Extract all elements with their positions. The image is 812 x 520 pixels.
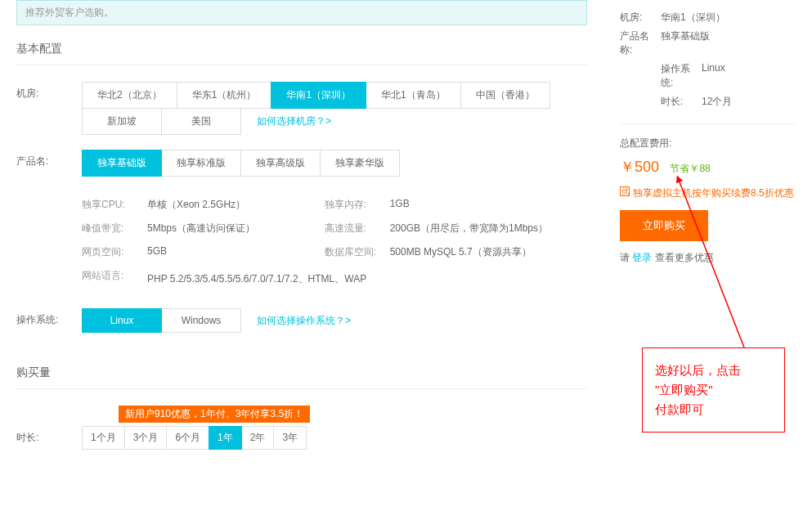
label-product: 产品名: [16, 150, 82, 168]
location-tab-singapore[interactable]: 新加坡 [82, 108, 162, 135]
os-help-link[interactable]: 如何选择操作系统？> [257, 314, 351, 328]
section-basic-config: 基本配置 [16, 34, 587, 65]
price-save: 节省￥88 [670, 163, 710, 174]
duration-tab-2y[interactable]: 2年 [241, 426, 275, 450]
summary-location-label: 机房: [620, 11, 661, 25]
summary-duration-label: 时长: [661, 95, 702, 109]
duration-tab-1y[interactable]: 1年 [209, 426, 242, 450]
label-location: 机房: [16, 82, 82, 101]
svg-line-1 [679, 180, 744, 347]
location-tab-hongkong[interactable]: 中国（香港） [460, 82, 550, 109]
spec-mem-label: 独享内存: [325, 198, 390, 212]
location-tab-beijing[interactable]: 华北2（北京） [82, 82, 177, 109]
spec-db-label: 数据库空间: [325, 245, 390, 259]
summary-os-label: 操作系统: [661, 62, 702, 90]
spec-lang-label: 网站语言: [82, 269, 147, 289]
annotation-arrow [654, 176, 785, 356]
promo-icon: 优 [620, 186, 630, 196]
notice-text: 推荐外贸客户选购。 [25, 7, 114, 18]
duration-tab-6m[interactable]: 6个月 [166, 426, 209, 450]
product-tab-basic[interactable]: 独享基础版 [82, 150, 162, 177]
price-amount: ￥500 [620, 159, 659, 175]
spec-mem-value: 1GB [390, 198, 568, 212]
product-tab-advanced[interactable]: 独享高级版 [240, 150, 321, 177]
label-duration: 时长: [16, 426, 82, 445]
product-tab-deluxe[interactable]: 独享豪华版 [320, 150, 400, 177]
spec-cpu-value: 单核（Xeon 2.5GHz） [147, 198, 325, 212]
duration-tab-3y[interactable]: 3年 [273, 426, 307, 450]
summary-product-label: 产品名称: [620, 29, 661, 57]
summary-os-value: Linux [702, 62, 796, 90]
spec-traffic-value: 200GB（用尽后，带宽降为1Mbps） [390, 222, 568, 235]
location-help-link[interactable]: 如何选择机房？> [257, 114, 331, 128]
location-tab-usa[interactable]: 美国 [161, 108, 241, 135]
price-total-label: 总配置费用: [620, 137, 796, 150]
summary-duration-value: 12个月 [702, 95, 796, 109]
spec-db-value: 500MB MySQL 5.7（资源共享） [390, 245, 568, 259]
summary-location-value: 华南1（深圳） [661, 11, 796, 25]
os-tab-windows[interactable]: Windows [161, 308, 241, 333]
os-tab-linux[interactable]: Linux [82, 308, 162, 333]
location-tab-qingdao[interactable]: 华北1（青岛） [366, 82, 461, 109]
label-os: 操作系统: [16, 308, 82, 327]
login-link[interactable]: 登录 [632, 252, 652, 263]
location-tab-shenzhen[interactable]: 华南1（深圳） [271, 82, 366, 109]
duration-tab-3m[interactable]: 3个月 [124, 426, 168, 450]
duration-promo-banner: 新用户910优惠，1年付、3年付享3.5折！ [119, 406, 310, 423]
spec-cpu-label: 独享CPU: [82, 198, 147, 212]
annotation-callout: 选好以后，点击 "立即购买" 付款即可 [642, 347, 785, 433]
spec-web-label: 网页空间: [82, 245, 147, 259]
spec-web-value: 5GB [147, 245, 325, 259]
spec-bw-value: 5Mbps（高速访问保证） [147, 222, 325, 235]
section-quantity: 购买量 [16, 357, 587, 389]
duration-tab-1m[interactable]: 1个月 [82, 426, 125, 450]
summary-product-value: 独享基础版 [661, 29, 796, 57]
notice-banner: 推荐外贸客户选购。 [16, 0, 587, 25]
spec-lang-value: PHP 5.2/5.3/5.4/5.5/5.6/7.0/7.1/7.2、HTML… [147, 269, 567, 289]
spec-bw-label: 峰值带宽: [82, 222, 147, 235]
spec-traffic-label: 高速流量: [325, 222, 390, 235]
product-tab-standard[interactable]: 独享标准版 [161, 150, 241, 177]
location-tab-hangzhou[interactable]: 华东1（杭州） [177, 82, 272, 109]
summary-panel: 机房: 华南1（深圳） 产品名称: 独享基础版 操作系统: Linux 时长: … [620, 8, 796, 111]
